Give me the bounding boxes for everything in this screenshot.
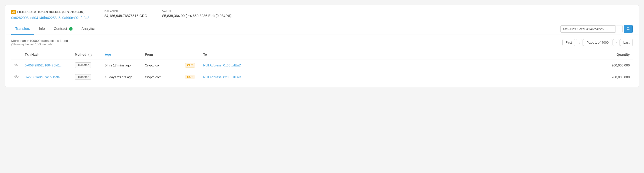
svg-line-1 (629, 29, 630, 30)
results-info: More than > 100000 transactions found (S… (11, 39, 68, 46)
balance-col: BALANCE 84,186,948.76876616 CRO (104, 10, 147, 18)
value-label: VALUE (162, 10, 231, 13)
tabs-section: Transfers Info Contract Analytics × (5, 23, 639, 35)
content-section: More than > 100000 transactions found (S… (5, 35, 639, 87)
row-method-1: Transfer (72, 71, 102, 83)
value-col: VALUE $5,838,364.90 ( ~4,650.8236 Eth) [… (162, 10, 231, 18)
last-button[interactable]: Last (620, 39, 633, 46)
table-header-row: Txn Hash Method i Age From To Quantity (11, 50, 633, 59)
out-badge-0: OUT (185, 63, 195, 67)
row-quantity-0: 200,000,000 (265, 59, 633, 71)
page-info: Page 1 of 4000 (583, 39, 612, 46)
row-from-1: Crypto.com (142, 71, 182, 83)
prev-button[interactable]: ‹ (576, 39, 582, 46)
to-link-1[interactable]: Null Address: 0x00...dEaD (203, 75, 241, 79)
row-age-1: 13 days 20 hrs ago (102, 71, 142, 83)
out-badge-1: OUT (185, 75, 195, 79)
col-header-from: From (142, 50, 182, 59)
main-card: 🏷 FILTERED BY TOKEN HOLDER (Crypto.com) … (5, 5, 639, 87)
clear-button[interactable]: × (616, 26, 623, 32)
col-header-icon (11, 50, 22, 59)
tab-info[interactable]: Info (35, 23, 49, 35)
info-bar: More than > 100000 transactions found (S… (11, 39, 633, 46)
method-info-icon[interactable]: i (88, 53, 92, 56)
table-row: 👁 0xc7881a8d87a1f9159a... Transfer 13 da… (11, 71, 633, 83)
row-eye-1[interactable]: 👁 (11, 71, 22, 83)
tab-contract[interactable]: Contract (50, 23, 77, 35)
header-section: 🏷 FILTERED BY TOKEN HOLDER (Crypto.com) … (5, 5, 639, 23)
col-header-quantity: Quantity (265, 50, 633, 59)
to-link-0[interactable]: Null Address: 0x00...dEaD (203, 63, 241, 67)
col-header-method: Method i (72, 50, 102, 59)
filter-col: 🏷 FILTERED BY TOKEN HOLDER (Crypto.com) … (11, 10, 89, 20)
row-txn-0: 0x058f9f852d160475fd1... (22, 59, 72, 71)
col-header-txn-hash: Txn Hash (22, 50, 72, 59)
row-method-0: Transfer (72, 59, 102, 71)
balance-label: BALANCE (104, 10, 147, 13)
filter-label: FILTERED BY TOKEN HOLDER (Crypto.com) (17, 10, 85, 14)
table-row: 👁 0x058f9f852d160475fd1... Transfer 5 hr… (11, 59, 633, 71)
filter-badge: 🏷 FILTERED BY TOKEN HOLDER (Crypto.com) (11, 10, 89, 14)
next-button[interactable]: › (613, 39, 620, 46)
balance-value: 84,186,948.76876616 CRO (104, 14, 147, 18)
transactions-table: Txn Hash Method i Age From To Quantity 👁 (11, 50, 633, 83)
row-direction-1: OUT (182, 71, 200, 83)
sub-text: (Showing the last 100k records) (11, 43, 68, 46)
tab-analytics[interactable]: Analytics (78, 23, 100, 35)
search-button[interactable] (624, 25, 633, 33)
first-button[interactable]: First (562, 39, 575, 46)
row-eye-0[interactable]: 👁 (11, 59, 22, 71)
eye-icon: 👁 (14, 63, 19, 68)
txn-link-1[interactable]: 0xc7881a8d87a1f9159a... (25, 75, 62, 79)
found-text: More than > 100000 transactions found (11, 39, 68, 43)
col-header-to: To (200, 50, 265, 59)
pagination: First ‹ Page 1 of 4000 › Last (562, 39, 633, 46)
row-txn-1: 0xc7881a8d87a1f9159a... (22, 71, 72, 83)
tab-transfers[interactable]: Transfers (11, 23, 34, 35)
search-input[interactable] (560, 25, 615, 33)
txn-link-0[interactable]: 0x058f9f852d160475fd1... (25, 63, 63, 67)
search-section: × (560, 25, 633, 33)
row-quantity-1: 200,000,000 (265, 71, 633, 83)
method-badge-0: Transfer (75, 62, 91, 68)
eye-icon: 👁 (14, 74, 19, 79)
verified-icon (69, 27, 73, 31)
row-direction-0: OUT (182, 59, 200, 71)
row-to-1: Null Address: 0x00...dEaD (200, 71, 265, 83)
row-age-0: 5 hrs 17 mins ago (102, 59, 142, 71)
row-to-0: Null Address: 0x00...dEaD (200, 59, 265, 71)
address-link[interactable]: 0x6262998ced04146fa42253a5c0af90ca02dfd2… (11, 16, 89, 20)
method-badge-1: Transfer (75, 74, 91, 80)
value-value: $5,838,364.90 ( ~4,650.8236 Eth) [0.0842… (162, 14, 231, 18)
col-header-direction (182, 50, 200, 59)
filter-icon: 🏷 (11, 10, 16, 14)
row-from-0: Crypto.com (142, 59, 182, 71)
col-header-age[interactable]: Age (102, 50, 142, 59)
